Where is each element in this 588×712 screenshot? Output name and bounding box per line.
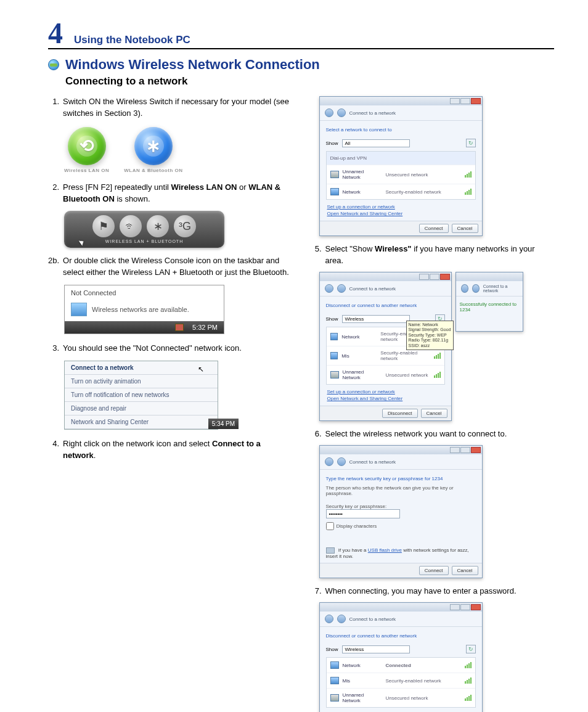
signal-bars-icon <box>465 677 472 684</box>
close-button[interactable] <box>471 98 481 104</box>
badge-wlan-on: ⟲ Wireless LAN ON <box>64 127 109 173</box>
close-button[interactable] <box>471 447 481 453</box>
section-subheading: Connecting to a network <box>65 75 554 88</box>
cursor-icon: ↖ <box>198 365 204 374</box>
badge-wlan-bt-on: ∗ WLAN & Bluetooth ON <box>124 127 182 173</box>
nav-back-icon[interactable] <box>325 108 333 117</box>
dialog-security-key: Connect to a network Type the network se… <box>319 445 483 578</box>
section-heading: Windows Wireless Network Connection <box>65 57 320 73</box>
link-setup-connection[interactable]: Set up a connection or network <box>327 388 444 395</box>
refresh-button[interactable]: ↻ <box>466 645 476 653</box>
step-3: 3. You should see the "Not Connected" ne… <box>48 343 292 354</box>
step-2b: 2b. Or double click the Wireless Console… <box>48 255 292 279</box>
passphrase-input[interactable]: •••••••• <box>326 509 400 518</box>
step-2: 2. Press [FN F2] repeatedly until Wirele… <box>48 182 292 205</box>
step-6: 6. Select the wireless network you want … <box>311 428 555 440</box>
nav-fwd-icon[interactable] <box>337 108 346 117</box>
tray-time: 5:32 PM <box>192 324 218 331</box>
step-5: 5. Select "Show Wireless" if you have ma… <box>311 243 555 267</box>
dialog-prompt: Type the network security key or passphr… <box>326 473 476 485</box>
menu-item-connect[interactable]: Connect to a network <box>65 361 218 375</box>
network-row[interactable]: Network Connected <box>327 658 475 673</box>
menu-item-animation[interactable]: Turn on activity animation <box>65 375 218 388</box>
link-setup-connection[interactable]: Set up a connection or network <box>327 203 475 210</box>
refresh-button[interactable]: ↻ <box>466 139 476 147</box>
dialog-select-network: Connect to a network Select a network to… <box>319 96 483 236</box>
menu-item-diagnose[interactable]: Diagnose and repair <box>65 402 218 415</box>
network-row[interactable]: Unnamed Network Unsecured network <box>327 165 475 184</box>
dropdown-option[interactable]: Dial-up and VPN <box>327 152 475 165</box>
step-4: 4. Right click on the network icon and s… <box>48 438 292 462</box>
show-dropdown[interactable]: All <box>342 139 410 147</box>
wifi-antenna-icon: ᯤ <box>120 215 142 237</box>
network-item-icon <box>330 677 339 684</box>
signal-bars-icon <box>465 171 472 178</box>
context-menu-figure: Connect to a network Turn on activity an… <box>64 361 218 430</box>
connect-button[interactable]: Connect <box>419 224 449 233</box>
tray-network-icon <box>175 324 184 331</box>
success-message: Successfully connected to 1234 <box>460 301 519 313</box>
dialog-hint: The person who setup the network can giv… <box>326 485 476 500</box>
dialog-success: Connect to a network Successfully connec… <box>455 272 523 332</box>
usb-drive-icon <box>326 547 335 554</box>
signal-bars-icon <box>465 189 472 195</box>
display-characters-checkbox[interactable]: Display characters <box>326 522 476 530</box>
cancel-button[interactable]: Cancel <box>421 409 447 418</box>
network-row[interactable]: Mis Security-enabled network <box>327 673 475 689</box>
menu-item-sharing-center[interactable]: Network and Sharing Center <box>65 415 218 429</box>
signal-bars-icon <box>465 695 472 701</box>
network-row[interactable]: Unnamed Network Unsecured network <box>327 689 475 707</box>
network-list: Dial-up and VPN Unnamed Network Unsecure… <box>326 151 476 200</box>
menu-item-notification[interactable]: Turn off notification of new networks <box>65 388 218 402</box>
cancel-button[interactable]: Cancel <box>452 224 478 233</box>
network-item-icon <box>330 352 338 359</box>
dialog-prompt: Disconnect or connect to another network <box>326 631 476 642</box>
network-row[interactable]: Unnamed Network Unsecured network <box>327 366 444 384</box>
link-sharing-center[interactable]: Open Network and Sharing Center <box>327 395 444 402</box>
network-item-icon <box>330 333 338 340</box>
usb-link[interactable]: USB flash drive <box>368 547 402 553</box>
bluetooth-orb-icon: ∗ <box>134 127 173 165</box>
network-row[interactable]: Network Security-enabled network <box>327 184 475 199</box>
computer-icon <box>330 694 339 702</box>
right-column: Connect to a network Select a network to… <box>311 96 555 712</box>
wifi-bt-combo-icon: ⚑ <box>92 215 115 237</box>
wifi-orb-icon: ⟲ <box>68 127 106 165</box>
show-dropdown[interactable]: Wireless <box>342 315 410 323</box>
computer-icon <box>330 371 339 379</box>
globe-icon <box>48 59 59 70</box>
signal-bars-icon <box>465 662 472 668</box>
popup-title: Not Connected <box>65 285 224 300</box>
step-7: 7. When connecting, you may have to ente… <box>311 586 555 597</box>
step-1: 1. Switch ON the Wireless Switch if nece… <box>48 96 292 120</box>
dialog-wireless-list: Connect to a network Disconnect or conne… <box>319 272 452 421</box>
network-icon <box>71 303 87 316</box>
usb-note: If you have a USB flash drive with netwo… <box>326 547 476 559</box>
popup-message: Wireless networks are available. <box>92 306 189 313</box>
maximize-button[interactable] <box>460 98 470 104</box>
disconnect-button[interactable]: Disconnect <box>382 409 418 418</box>
threeg-icon: ³G <box>174 215 196 237</box>
link-sharing-center[interactable]: Open Network and Sharing Center <box>327 210 475 217</box>
network-item-icon <box>330 188 339 195</box>
computer-icon <box>330 171 339 178</box>
bluetooth-icon: ∗ <box>147 215 169 237</box>
show-dropdown[interactable]: Wireless <box>342 645 410 653</box>
tray-time: 5:34 PM <box>208 419 239 429</box>
left-column: 1. Switch ON the Wireless Switch if nece… <box>48 96 292 712</box>
close-button[interactable] <box>471 604 481 610</box>
network-item-icon <box>330 661 339 669</box>
signal-bars-icon <box>434 372 441 378</box>
signal-bars-icon <box>434 353 441 359</box>
status-badges: ⟲ Wireless LAN ON ∗ WLAN & Bluetooth ON <box>64 127 292 173</box>
minimize-button[interactable] <box>450 98 460 104</box>
chapter-title: Using the Notebook PC <box>74 34 190 46</box>
close-button[interactable] <box>440 274 450 280</box>
not-connected-figure: Not Connected Wireless networks are avai… <box>64 285 224 334</box>
cursor-icon <box>79 239 86 247</box>
network-tooltip: Name: Network Signal Strength: Good Secu… <box>406 321 454 350</box>
section-heading-row: Windows Wireless Network Connection <box>48 57 554 73</box>
connect-button[interactable]: Connect <box>419 566 449 575</box>
cancel-button[interactable]: Cancel <box>452 566 478 575</box>
dialog-connected: Connect to a network Disconnect or conne… <box>319 602 483 712</box>
